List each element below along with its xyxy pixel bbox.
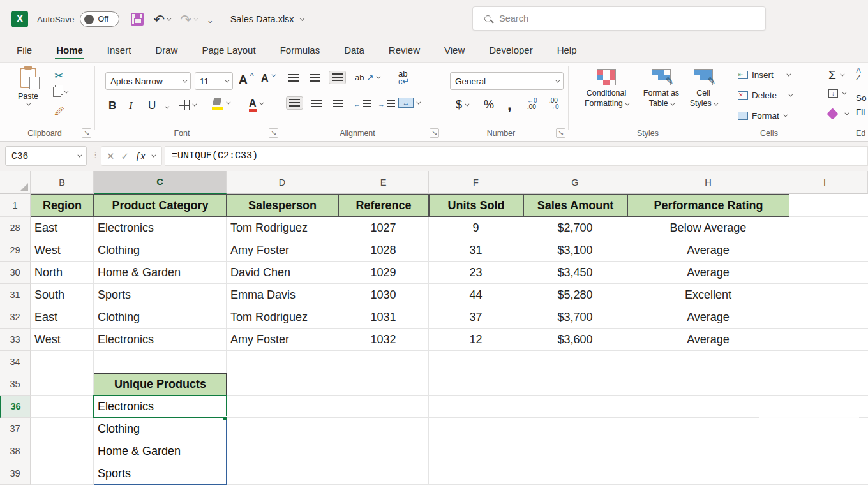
orientation-icon[interactable]: ab↗ [355,73,379,82]
fill-handle[interactable] [223,416,227,420]
alignment-dialog-launcher-icon[interactable]: ↘ [430,128,439,138]
cell-c29[interactable]: Clothing [94,239,227,262]
save-icon[interactable] [131,13,144,26]
align-center-icon[interactable] [311,100,322,108]
cell-e31[interactable]: 1030 [338,284,429,306]
cell-b32[interactable]: East [31,306,94,329]
cell-c36-active[interactable]: Electronics [94,396,227,418]
column-header-f[interactable]: F [429,171,523,194]
align-top-icon[interactable] [288,74,299,82]
increase-decimal-icon[interactable]: ←0.00 [527,98,537,110]
column-header-e[interactable]: E [338,171,429,194]
cell-e28[interactable]: 1027 [338,217,429,239]
row-header-1[interactable]: 1 [0,194,31,217]
wrap-text-icon[interactable]: abc↵ [398,70,409,85]
cell-f28[interactable]: 9 [429,217,523,239]
cell-b1[interactable]: Region [31,194,94,217]
clear-button[interactable] [828,110,848,118]
cell-c35-unique-products-header[interactable]: Unique Products [94,373,227,396]
tab-view[interactable]: View [443,41,466,59]
cell-d32[interactable]: Tom Rodriguez [227,306,338,329]
row-header-39[interactable]: 39 [0,462,31,485]
conditional-formatting-button[interactable]: Conditional Formatting [578,69,635,109]
cell-b30[interactable]: North [31,262,94,284]
row-header-37[interactable]: 37 [0,418,31,440]
filter-label-partial[interactable]: Fil [856,107,865,117]
cell-c31[interactable]: Sports [94,284,227,306]
column-header-b[interactable]: B [31,171,94,194]
autosum-button[interactable]: Σ [828,69,843,81]
column-header-c[interactable]: C [94,171,227,194]
tab-file[interactable]: File [15,41,33,59]
row-header-32[interactable]: 32 [0,306,31,329]
copy-icon[interactable] [53,87,67,97]
tab-page-layout[interactable]: Page Layout [200,41,257,59]
underline-button[interactable]: U [148,100,156,112]
cell-e32[interactable]: 1031 [338,306,429,329]
tab-home[interactable]: Home [55,41,84,59]
paste-dropdown-icon[interactable] [27,101,31,106]
cell-g33[interactable]: $3,600 [523,329,627,351]
clipboard-dialog-launcher-icon[interactable]: ↘ [82,128,91,138]
cell-g29[interactable]: $3,100 [523,239,627,262]
cell-f31[interactable]: 44 [429,284,523,306]
cell-i1[interactable] [789,194,860,217]
align-bottom-icon[interactable] [329,71,346,84]
cell-d1[interactable]: Salesperson [227,194,338,217]
increase-font-icon[interactable]: A^ [239,73,254,87]
underline-dropdown-icon[interactable] [165,105,169,109]
tab-insert[interactable]: Insert [106,41,133,59]
format-painter-icon[interactable]: 🖉 [54,106,64,117]
cell-c37[interactable]: Clothing [94,418,227,440]
row-header-33[interactable]: 33 [0,329,31,351]
fill-color-icon[interactable] [212,98,229,107]
bold-button[interactable]: B [108,100,116,112]
formula-input[interactable]: =UNIQUE(C2:C33) [165,146,868,166]
cell-b31[interactable]: South [31,284,94,306]
cell-c32[interactable]: Clothing [94,306,227,329]
row-header-31[interactable]: 31 [0,284,31,306]
document-title[interactable]: Sales Data.xlsx [230,14,294,24]
cancel-icon[interactable]: ✕ [107,151,115,162]
select-all-corner[interactable] [0,171,31,194]
undo-icon[interactable]: ↶ [154,13,165,26]
orientation-dropdown-icon[interactable] [377,75,381,79]
fx-dropdown-icon[interactable] [152,153,156,158]
row-header-35[interactable]: 35 [0,373,31,396]
font-size-select[interactable]: 11 [195,72,233,90]
cell-c38[interactable]: Home & Garden [94,440,227,462]
cut-icon[interactable]: ✂ [54,69,63,82]
increase-indent-icon[interactable]: → [378,100,395,108]
customize-qat-icon[interactable]: ⌄ [207,15,214,24]
cell-d29[interactable]: Amy Foster [227,239,338,262]
paste-button[interactable]: Paste [18,68,38,106]
cell-g1[interactable]: Sales Amount [523,194,627,217]
cell-e30[interactable]: 1029 [338,262,429,284]
decrease-indent-icon[interactable]: ← [354,100,371,108]
cell-e29[interactable]: 1028 [338,239,429,262]
cell-c33[interactable]: Electronics [94,329,227,351]
name-box[interactable]: C36 [5,146,87,166]
cell-d30[interactable]: David Chen [227,262,338,284]
align-left-icon[interactable] [286,96,303,110]
cell-h28[interactable]: Below Average [627,217,789,239]
autosave-toggle[interactable]: Off [80,11,119,27]
decrease-decimal-icon[interactable]: .00→0 [549,98,559,110]
cell-h29[interactable]: Average [627,239,789,262]
insert-cells-button[interactable]: ⇤ Insert [738,70,789,80]
cell-e33[interactable]: 1032 [338,329,429,351]
enter-icon[interactable]: ✓ [121,151,130,162]
tab-developer[interactable]: Developer [488,41,534,59]
insert-function-icon[interactable]: ƒx [135,151,145,162]
cell-b29[interactable]: West [31,239,94,262]
format-as-table-button[interactable]: ✎ Format as Table [638,69,684,109]
cell-d33[interactable]: Amy Foster [227,329,338,351]
cell-styles-button[interactable]: ✎ Cell Styles [684,69,722,109]
decrease-font-icon[interactable]: A [261,73,274,84]
sort-filter-label-partial[interactable]: So [856,93,867,103]
cell-d28[interactable]: Tom Rodriguez [227,217,338,239]
cell-h31[interactable]: Excellent [627,284,789,306]
tab-data[interactable]: Data [343,41,366,59]
cell-e1[interactable]: Reference [338,194,429,217]
search-box[interactable]: Search [472,6,766,31]
